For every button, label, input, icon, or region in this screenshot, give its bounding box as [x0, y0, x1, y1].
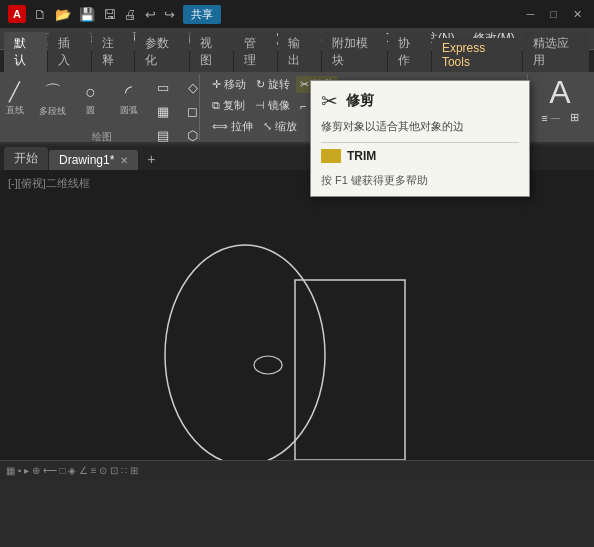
minimize-button[interactable]: ─	[523, 8, 539, 20]
drawing-canvas[interactable]: [-][俯视]二维线框	[0, 170, 594, 460]
maximize-button[interactable]: □	[546, 8, 561, 20]
mirror-icon: ⊣	[255, 99, 265, 112]
tab-annotation[interactable]: 注释	[92, 32, 135, 72]
drawing-tab-close[interactable]: ✕	[120, 155, 128, 166]
drawing-tab[interactable]: Drawing1* ✕	[49, 150, 138, 170]
hatch-button[interactable]: ▦	[149, 100, 177, 122]
draw-group-label: 绘图	[92, 128, 112, 144]
wipeout-icon: ◻	[187, 104, 198, 119]
canvas-svg	[0, 170, 594, 460]
move-icon: ✛	[212, 78, 221, 91]
tab-addons[interactable]: 附加模块	[322, 32, 388, 72]
text-button[interactable]: A	[549, 76, 570, 108]
tab-express-tools[interactable]: Express Tools	[432, 38, 523, 72]
gradient-button[interactable]: ▤	[149, 124, 177, 144]
rotate-icon: ↻	[256, 78, 265, 91]
rotate-button[interactable]: ↻ 旋转	[252, 76, 294, 93]
table-icon: ⊞	[570, 111, 579, 124]
trim-color-icon	[321, 149, 341, 163]
polyline-button[interactable]: ⌒ 多段线	[35, 76, 71, 122]
tab-default[interactable]: 默认	[4, 32, 47, 72]
rect-button[interactable]: ▭	[149, 76, 177, 98]
tab-output[interactable]: 输出	[278, 32, 321, 72]
plot-btn[interactable]: 🖨	[122, 7, 139, 22]
tooltip-trim-icon: ✂	[321, 89, 338, 113]
stretch-button[interactable]: ⟺ 拉伸	[208, 118, 257, 135]
ellipse-shape	[165, 245, 325, 460]
share-button[interactable]: 共享	[183, 5, 221, 24]
status-bar: ▦ ▪ ▸ ⊕ ⟵ □ ◈ ∠ ≡ ⊙ ⊡ ∷ ⊞	[0, 460, 594, 480]
tab-view[interactable]: 视图	[190, 32, 233, 72]
title-bar-right: ─ □ ✕	[523, 8, 586, 21]
tab-insert[interactable]: 插入	[48, 32, 91, 72]
title-bar-left: A 🗋 📂 💾 🖫 🖨 ↩ ↪ 共享	[8, 5, 221, 24]
tab-parametric[interactable]: 参数化	[135, 32, 189, 72]
tab-manage[interactable]: 管理	[234, 32, 277, 72]
arc-button[interactable]: ◜ 圆弧	[111, 76, 147, 122]
lines-button[interactable]: ≡ —	[537, 110, 563, 125]
hatch-icon: ▦	[157, 104, 169, 119]
annotation-group: A ≡ — ⊞	[530, 74, 590, 140]
undo-btn[interactable]: ↩	[143, 7, 158, 22]
open-btn[interactable]: 📂	[53, 7, 73, 22]
stretch-icon: ⟺	[212, 120, 228, 133]
line-icon: ╱	[9, 81, 20, 103]
region-icon: ◇	[188, 80, 198, 95]
redo-btn[interactable]: ↪	[162, 7, 177, 22]
app-icon: A	[8, 5, 26, 23]
table-button[interactable]: ⊞	[566, 110, 583, 125]
tooltip-popup: ✂ 修剪 修剪对象以适合其他对象的边 TRIM 按 F1 键获得更多帮助	[310, 80, 530, 197]
quick-access-toolbar: 🗋 📂 💾 🖫 🖨 ↩ ↪	[32, 7, 177, 22]
new-btn[interactable]: 🗋	[32, 7, 49, 22]
mirror-button[interactable]: ⊣ 镜像	[251, 97, 294, 114]
polyline-icon: ⌒	[44, 80, 62, 104]
tooltip-title: 修剪	[346, 92, 374, 110]
move-button[interactable]: ✛ 移动	[208, 76, 250, 93]
status-text: ▦ ▪ ▸ ⊕ ⟵ □ ◈ ∠ ≡ ⊙ ⊡ ∷ ⊞	[6, 465, 138, 476]
circle-button[interactable]: ○ 圆	[73, 76, 109, 122]
rect-icon: ▭	[157, 80, 169, 95]
tab-collaborate[interactable]: 协作	[388, 32, 431, 72]
tooltip-trim-row: TRIM	[311, 143, 529, 169]
draw-group: ╱ 直线 ⌒ 多段线 ○ 圆 ◜ 圆弧 ▭ ▦ ▤ ◇	[4, 74, 200, 140]
tooltip-trim-label: TRIM	[347, 149, 376, 163]
tooltip-header: ✂ 修剪	[311, 81, 529, 117]
fillet-icon: ⌐	[300, 100, 306, 112]
close-button[interactable]: ✕	[569, 8, 586, 21]
scale-icon: ⤡	[263, 120, 272, 133]
start-tab[interactable]: 开始	[4, 147, 48, 170]
drawing-tab-label: Drawing1*	[59, 153, 114, 167]
lines-icon: ≡	[541, 112, 547, 124]
scale-button[interactable]: ⤡ 缩放	[259, 118, 301, 135]
copy-icon: ⧉	[212, 99, 220, 112]
circle-icon: ○	[85, 82, 96, 103]
tab-featured-apps[interactable]: 精选应用	[523, 32, 589, 72]
save-btn[interactable]: 💾	[77, 7, 97, 22]
title-bar: A 🗋 📂 💾 🖫 🖨 ↩ ↪ 共享 ─ □ ✕	[0, 0, 594, 28]
copy-button[interactable]: ⧉ 复制	[208, 97, 249, 114]
ribbon-tabs: 默认 插入 注释 参数化 视图 管理 输出 附加模块 协作 Express To…	[0, 50, 594, 72]
boundary-icon: ⬡	[187, 128, 198, 143]
arc-icon: ◜	[125, 81, 132, 103]
rectangle-shape	[295, 280, 405, 460]
save-as-btn[interactable]: 🖫	[101, 7, 118, 22]
tooltip-f1-hint: 按 F1 键获得更多帮助	[311, 169, 529, 196]
line-button[interactable]: ╱ 直线	[0, 76, 33, 122]
trim-icon: ✂	[300, 78, 309, 91]
gradient-icon: ▤	[157, 128, 169, 143]
new-tab-button[interactable]: +	[139, 148, 163, 170]
start-tab-label: 开始	[14, 150, 38, 167]
small-ellipse	[254, 356, 282, 374]
tooltip-description: 修剪对象以适合其他对象的边	[311, 117, 529, 142]
